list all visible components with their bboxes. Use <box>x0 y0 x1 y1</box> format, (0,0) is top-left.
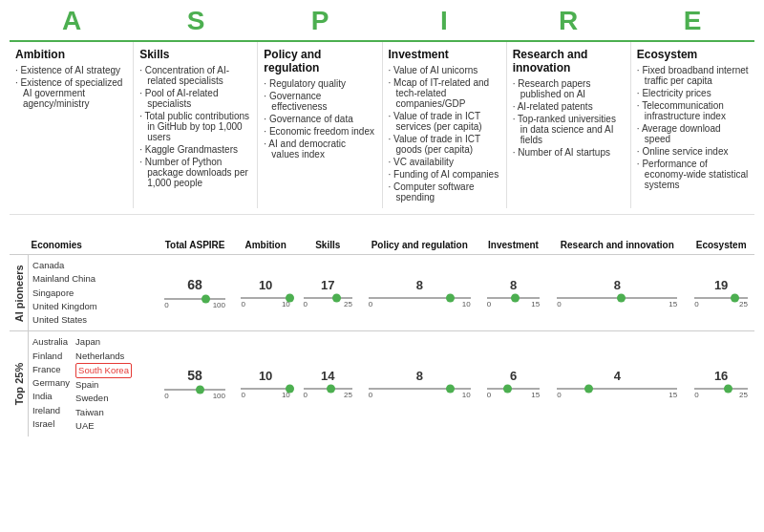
aspire-item-4-3: Number of AI startups <box>513 147 625 158</box>
aspire-letter-P: P <box>311 6 329 35</box>
aspire-item-2-0: Regulatory quality <box>264 78 375 89</box>
readiness-table: EconomiesTotal ASPIREAmbitionSkillsPolic… <box>10 238 754 436</box>
aspire-item-3-6: Computer software spending <box>389 181 500 202</box>
aspire-item-1-3: Kaggle Grandmasters <box>139 144 251 155</box>
group-row-1: Top 25%AustraliaFinlandFranceGermanyIndi… <box>10 331 754 436</box>
aspire-section: ASPIRE AmbitionExistence of AI strategyE… <box>0 0 764 214</box>
aspire-item-5-5: Performance of economy-wide statistical … <box>637 159 749 190</box>
aspire-item-4-1: AI-related patents <box>513 101 625 112</box>
th-policy: Policy and regulation <box>359 238 480 255</box>
aspire-letter-cell-5: E <box>630 8 754 34</box>
aspire-item-3-0: Value of AI unicorns <box>389 65 500 75</box>
th-research: Research and innovation <box>546 238 688 255</box>
aspire-item-2-3: Economic freedom index <box>264 126 375 137</box>
aspire-col-4: Research and innovationResearch papers p… <box>507 42 631 208</box>
aspire-letter-cell-2: P <box>258 8 382 34</box>
score-cell-1-4: 4015 <box>546 331 688 436</box>
aspire-letter-cell-3: I <box>382 8 506 34</box>
score-cell-1-0: 10010 <box>235 331 297 436</box>
group-label-0: AI pioneers <box>10 255 29 331</box>
score-cell-1-5: 16025 <box>688 331 754 436</box>
total-aspire-cell-0: 680100 <box>156 255 235 331</box>
aspire-item-1-0: Concentration of AI-related specialists <box>139 65 251 86</box>
aspire-item-5-2: Telecommunication infrastructure index <box>637 100 749 121</box>
aspire-letter-cell-1: S <box>134 8 258 34</box>
score-cell-0-5: 19025 <box>688 255 754 331</box>
th-ambition: Ambition <box>235 238 297 255</box>
score-cell-1-1: 14025 <box>297 331 359 436</box>
aspire-col-5: EcosystemFixed broadband internet traffi… <box>631 42 754 208</box>
aspire-item-4-2: Top-ranked universities in data science … <box>513 114 625 145</box>
score-cell-0-0: 10010 <box>235 255 297 331</box>
aspire-header: ASPIRE <box>10 8 754 34</box>
aspire-item-1-4: Number of Python package downloads per 1… <box>139 157 251 188</box>
aspire-col-title-5: Ecosystem <box>637 48 749 61</box>
aspire-item-1-1: Pool of AI-related specialists <box>139 88 251 109</box>
aspire-item-2-2: Governance of data <box>264 114 375 124</box>
aspire-col-title-3: Investment <box>389 48 500 61</box>
aspire-col-3: InvestmentValue of AI unicornsMcap of IT… <box>383 42 507 208</box>
score-cell-0-2: 8010 <box>359 255 480 331</box>
aspire-item-0-1: Existence of specialized AI government a… <box>15 77 127 109</box>
economies-cell-1: AustraliaFinlandFranceGermanyIndiaIrelan… <box>29 331 156 436</box>
aspire-letter-cell-4: R <box>506 8 630 34</box>
aspire-columns: AmbitionExistence of AI strategyExistenc… <box>10 40 754 208</box>
aspire-col-1: SkillsConcentration of AI-related specia… <box>134 42 258 208</box>
sources-text <box>10 214 754 223</box>
economies-cell-0: CanadaMainland ChinaSingaporeUnited King… <box>29 255 156 331</box>
aspire-col-0: AmbitionExistence of AI strategyExistenc… <box>10 42 134 208</box>
aspire-col-title-2: Policy and regulation <box>264 48 375 74</box>
score-cell-0-3: 8015 <box>480 255 547 331</box>
score-cell-1-3: 6015 <box>480 331 547 436</box>
score-cell-0-4: 8015 <box>546 255 688 331</box>
th-investment: Investment <box>480 238 547 255</box>
th-ecosystem: Ecosystem <box>688 238 754 255</box>
aspire-item-4-0: Research papers published on AI <box>513 78 625 99</box>
aspire-item-1-2: Total public contributions in GitHub by … <box>139 111 251 142</box>
aspire-item-3-4: VC availability <box>389 157 500 167</box>
aspire-item-2-4: AI and democratic values index <box>264 138 375 160</box>
group-label-1: Top 25% <box>10 331 29 436</box>
aspire-col-title-0: Ambition <box>15 48 127 61</box>
th-skills: Skills <box>297 238 359 255</box>
exhibit-section: EconomiesTotal ASPIREAmbitionSkillsPolic… <box>0 223 764 442</box>
aspire-letter-R: R <box>559 6 578 35</box>
score-cell-0-1: 17025 <box>297 255 359 331</box>
aspire-item-3-2: Value of trade in ICT services (per capi… <box>389 111 500 132</box>
aspire-item-2-1: Governance effectiveness <box>264 91 375 112</box>
aspire-item-3-1: Mcap of IT-related and tech-related comp… <box>389 77 500 109</box>
aspire-col-2: Policy and regulationRegulatory qualityG… <box>258 42 382 208</box>
score-cell-1-2: 8010 <box>359 331 480 436</box>
aspire-item-0-0: Existence of AI strategy <box>15 65 127 75</box>
aspire-letter-S: S <box>187 6 205 35</box>
aspire-col-title-4: Research and innovation <box>513 48 625 74</box>
aspire-col-title-1: Skills <box>139 48 251 61</box>
aspire-letter-E: E <box>684 6 702 35</box>
aspire-item-5-0: Fixed broadband internet traffic per cap… <box>637 65 749 86</box>
aspire-letter-A: A <box>62 6 81 35</box>
aspire-item-5-3: Average download speed <box>637 123 749 144</box>
group-row-0: AI pioneersCanadaMainland ChinaSingapore… <box>10 255 754 331</box>
total-aspire-cell-1: 580100 <box>156 331 235 436</box>
south-korea-label: South Korea <box>75 363 132 378</box>
aspire-item-3-3: Value of trade in ICT goods (per capita) <box>389 134 500 155</box>
aspire-item-5-1: Electricity prices <box>637 88 749 98</box>
aspire-letter-cell-0: A <box>10 8 134 34</box>
aspire-letter-I: I <box>440 6 448 35</box>
th-total: Total ASPIRE <box>156 238 235 255</box>
aspire-item-5-4: Online service index <box>637 146 749 157</box>
th-blank1 <box>10 238 29 255</box>
aspire-item-3-5: Funding of AI companies <box>389 169 500 180</box>
th-economies: Economies <box>29 238 156 255</box>
